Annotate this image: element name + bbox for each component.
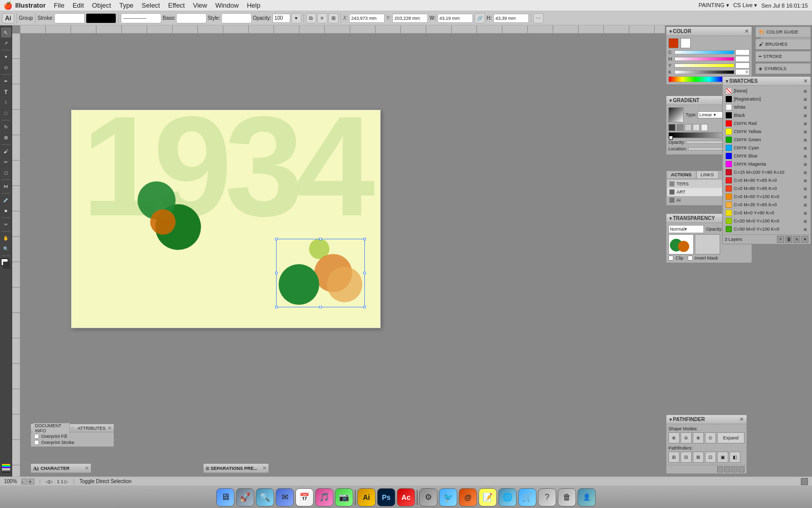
shape-mode-2[interactable]: ⊖	[681, 432, 692, 443]
pathfinder-4[interactable]: ⊡	[705, 452, 716, 463]
invert-checkbox[interactable]	[688, 256, 693, 261]
dock-acrobat[interactable]: Ac	[397, 488, 415, 506]
shape-mode-4[interactable]: ⊙	[705, 432, 716, 443]
tool-rotate[interactable]: ↻	[1, 122, 11, 132]
stroke-color-swatch[interactable]	[86, 13, 116, 23]
pathfinder-btn[interactable]: ⊞	[328, 13, 339, 23]
dock-twitter[interactable]: 🐦	[439, 488, 457, 506]
swatch-item-17[interactable]: C=50 M=0 Y=100 K=0▣	[724, 225, 809, 233]
tool-paintbrush[interactable]: 🖌	[1, 146, 11, 156]
dock-trash[interactable]: 🗑	[558, 488, 576, 506]
menu-window[interactable]: Window	[211, 1, 243, 10]
swatch-item-8[interactable]: CMYK Blue▣	[724, 152, 809, 160]
swatch-item-2[interactable]: White▣	[724, 103, 809, 111]
menu-object[interactable]: Object	[88, 1, 115, 10]
character-panel-title[interactable]: CHARACTER	[41, 466, 70, 471]
align-btn[interactable]: ≡	[317, 13, 327, 23]
stroke-dropdown[interactable]	[54, 13, 85, 23]
dock-itunes[interactable]: 🎵	[315, 488, 333, 506]
color-guide-tab[interactable]: 🎨 COLOR GUIDE	[755, 26, 811, 38]
dock-illustrator[interactable]: Ai	[357, 488, 376, 506]
tool-rectangle[interactable]: □	[1, 108, 11, 118]
shape-mode-3[interactable]: ⊗	[693, 432, 704, 443]
swatches-delete-btn[interactable]: 🗑	[785, 236, 792, 243]
swatch-item-15[interactable]: C=5 M=0 Y=90 K=0▣	[724, 209, 809, 217]
sep-panel-close[interactable]: ✕	[262, 465, 266, 471]
tool-hand[interactable]: ✋	[1, 233, 11, 243]
swatches-menu-btn[interactable]: ≡	[793, 236, 800, 243]
dock-appstore[interactable]: 🛒	[518, 488, 536, 506]
pathfinder-btn-1[interactable]	[717, 466, 723, 472]
tool-blend[interactable]: ⋈	[1, 181, 11, 192]
separations-panel-title[interactable]: SEPARATIONS PRE...	[211, 466, 257, 471]
pathfinder-btn-4[interactable]	[738, 466, 745, 472]
dock-mail[interactable]: ✉	[276, 488, 294, 506]
extra-options-btn[interactable]: ⋯	[533, 13, 544, 23]
workspace-selector[interactable]: PAINTING ▾	[698, 2, 729, 9]
dock-mail2[interactable]: @	[459, 488, 477, 506]
tab-links[interactable]: LINKS	[696, 171, 719, 179]
pathfinder-panel-close[interactable]: ✕	[739, 417, 743, 422]
toggle-direct-selection-label[interactable]: Toggle Direct Selection	[80, 479, 131, 484]
tool-eraser[interactable]: ◻	[1, 168, 11, 178]
style-dropdown[interactable]	[221, 13, 252, 23]
tool-scissors[interactable]: ✂	[1, 219, 11, 230]
swatches-panel-close[interactable]: ✕	[803, 78, 807, 84]
swatch-item-7[interactable]: CMYK Cyan▣	[724, 144, 809, 152]
k-slider[interactable]	[674, 70, 734, 74]
tool-pen[interactable]: ✒	[1, 76, 11, 86]
c-value[interactable]	[735, 49, 750, 55]
link-wh-btn[interactable]: 🔗	[475, 13, 485, 23]
dock-notes[interactable]: 📝	[479, 488, 497, 506]
tool-zoom-tool[interactable]: 🔍	[1, 244, 11, 254]
menu-effect[interactable]: Effect	[164, 1, 189, 10]
swatches-new-btn[interactable]: +	[777, 236, 784, 243]
swatch-item-9[interactable]: CMYK Magenta▣	[724, 160, 809, 168]
character-panel-close[interactable]: ✕	[85, 465, 89, 471]
tool-direct-selection[interactable]: ↗	[1, 38, 11, 48]
expand-button[interactable]: Expand	[717, 432, 745, 443]
swatch-item-10[interactable]: C=15 M=100 Y=90 K=10▣	[724, 168, 809, 176]
swatch-item-5[interactable]: CMYK Yellow▣	[724, 128, 809, 136]
tool-eyedropper[interactable]: 💉	[1, 195, 11, 205]
dock-calendar[interactable]: 📅	[295, 488, 314, 506]
tool-pencil[interactable]: ✏	[1, 157, 11, 167]
pathfinder-btn-2[interactable]	[724, 466, 730, 472]
dock-photoshop[interactable]: Ps	[377, 488, 395, 506]
tool-lasso[interactable]: ⊙	[1, 62, 11, 73]
clip-checkbox[interactable]	[668, 256, 673, 261]
tool-magic-wand[interactable]: ✦	[1, 52, 11, 62]
stroke-style-dropdown[interactable]: —————	[121, 13, 161, 23]
y-slider[interactable]	[674, 64, 734, 68]
tool-selection[interactable]: ↖	[1, 27, 11, 38]
pathfinder-5[interactable]: ▣	[717, 452, 728, 463]
swatch-item-3[interactable]: Black▣	[724, 111, 809, 119]
swatch-item-13[interactable]: C=0 M=50 Y=100 K=0▣	[724, 193, 809, 201]
tool-gradient-tool[interactable]: ■	[1, 206, 11, 216]
tool-scale[interactable]: ⊠	[1, 133, 11, 143]
apple-menu[interactable]: 🍎	[0, 2, 15, 10]
gradient-tb-5[interactable]	[701, 124, 708, 131]
tab-actions[interactable]: ACTIONS	[666, 171, 696, 179]
gradient-tb-4[interactable]	[693, 124, 700, 131]
tool-type[interactable]: T	[1, 87, 11, 97]
w-coord-field[interactable]: 43,19 mm	[437, 14, 473, 23]
gradient-tb-3[interactable]	[685, 124, 692, 131]
dock-user[interactable]: 👤	[578, 488, 596, 506]
opacity-dropdown-btn[interactable]: ▾	[291, 13, 301, 23]
dock-finder[interactable]: 🖥	[216, 488, 234, 506]
zoom-out-btn[interactable]: -	[21, 479, 27, 485]
menu-help[interactable]: Help	[243, 1, 264, 10]
stroke-tab[interactable]: ━ STROKE	[755, 51, 811, 62]
h-coord-field[interactable]: 43,39 mm	[493, 14, 529, 23]
k-value[interactable]: 0	[735, 69, 750, 75]
zoom-in-btn[interactable]: +	[28, 479, 35, 485]
gradient-stop-left[interactable]	[669, 136, 673, 140]
m-slider[interactable]	[674, 57, 734, 61]
swatch-item-16[interactable]: C=20 M=0 Y=100 K=0▣	[724, 217, 809, 225]
gradient-tb-2[interactable]	[676, 124, 684, 131]
gradient-tb-1[interactable]	[668, 124, 675, 131]
doc-info-close[interactable]: ✕	[108, 425, 112, 431]
doc-info-tab-2[interactable]: ATTRIBUTES	[76, 426, 108, 431]
pathfinder-1[interactable]: ⊞	[668, 452, 680, 463]
